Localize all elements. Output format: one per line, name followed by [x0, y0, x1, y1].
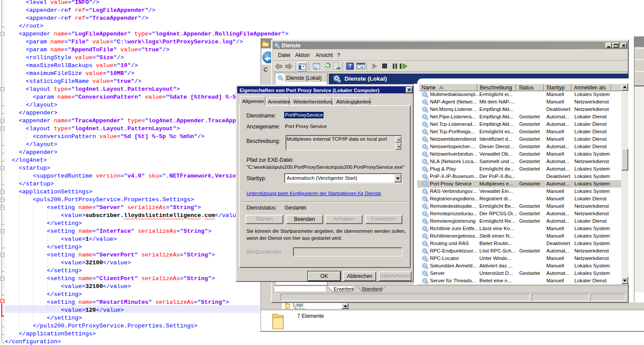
svg-text:Standard: Standard	[362, 286, 382, 292]
svg-text:Erweitert: Erweitert	[334, 286, 354, 292]
